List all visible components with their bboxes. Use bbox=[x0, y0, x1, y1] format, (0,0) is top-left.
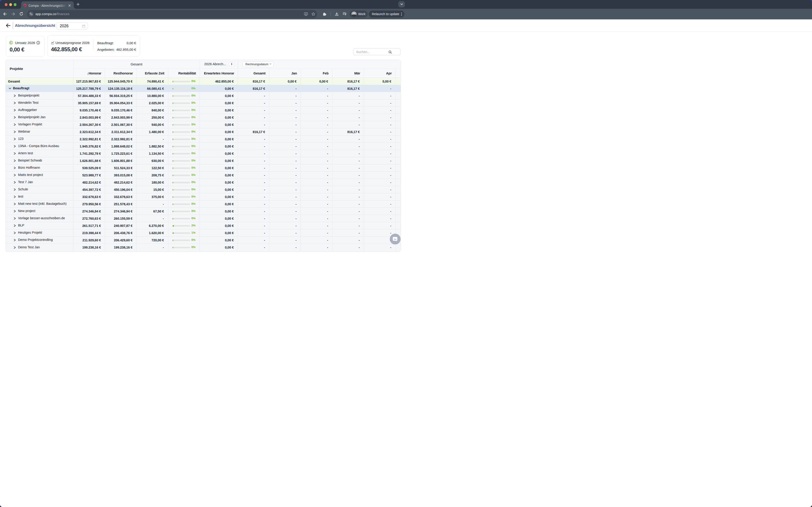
svg-text:€: € bbox=[10, 42, 11, 44]
